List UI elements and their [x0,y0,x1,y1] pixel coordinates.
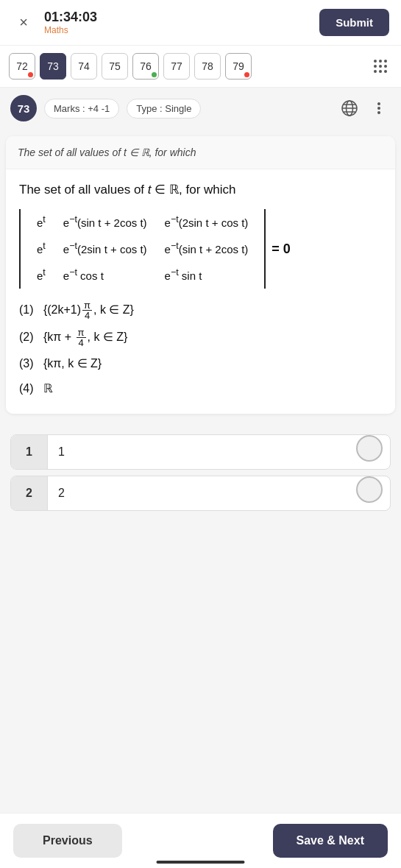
q-num-73[interactable]: 73 [40,53,66,80]
option-2: (2) {kπ + π4, k ∈ Z} [19,328,382,347]
svg-point-7 [379,70,382,73]
subject-label: Maths [44,25,97,35]
svg-point-0 [374,60,377,63]
answer-content-1: 1 [48,435,356,469]
answer-content-2: 2 [48,476,356,510]
answer-radio-2[interactable] [356,476,383,503]
svg-point-15 [377,107,380,110]
question-preview: The set of all values of t ∈ ℝ, for whic… [6,136,395,169]
header-left: × 01:34:03 Maths [12,10,97,35]
q-num-78[interactable]: 78 [194,53,221,80]
answer-label-2: 2 [11,476,48,510]
q-num-77[interactable]: 77 [163,53,190,80]
svg-point-6 [374,70,377,73]
answer-row-2[interactable]: 2 2 [10,476,391,511]
q-num-72[interactable]: 72 [9,53,35,80]
q-num-79[interactable]: 79 [225,53,252,80]
save-next-button[interactable]: Save & Next [273,824,388,858]
answer-row-1[interactable]: 1 1 [10,434,391,470]
determinant-block: et e−t(sin t + 2cos t) e−t(2sin t + cos … [19,209,382,289]
q-num-76[interactable]: 76 [132,53,159,80]
option-3: (3) {kπ, k ∈ Z} [19,355,382,373]
type-pill: Type : Single [127,99,201,119]
svg-point-14 [377,102,380,105]
more-options-icon[interactable] [367,96,391,120]
question-full: The set of all values of t ∈ ℝ, for whic… [6,169,395,414]
close-button[interactable]: × [12,11,35,35]
question-area: The set of all values of t ∈ ℝ, for whic… [6,136,395,414]
answer-section: 1 1 2 2 [0,421,401,524]
svg-point-16 [377,111,380,114]
answer-label-1: 1 [11,435,48,469]
home-indicator [157,861,245,864]
determinant-equals: = 0 [272,237,291,261]
svg-point-3 [374,65,377,68]
grid-icon[interactable] [369,54,392,78]
svg-point-2 [384,60,387,63]
question-meta: 73 Marks : +4 -1 Type : Single [0,88,401,129]
option-4: (4) ℝ [19,380,382,398]
svg-point-8 [384,70,387,73]
previous-button[interactable]: Previous [13,824,122,858]
svg-point-1 [379,60,382,63]
q-dot-79 [244,72,249,77]
marks-pill: Marks : +4 -1 [44,99,119,119]
question-strip: 72 73 74 75 76 77 78 79 [0,46,401,88]
timer-subject: 01:34:03 Maths [44,10,97,35]
submit-button[interactable]: Submit [319,9,389,36]
answer-radio-1[interactable] [356,435,383,462]
svg-point-5 [384,65,387,68]
timer-display: 01:34:03 [44,10,97,25]
options-list: (1) {(2k+1)π4, k ∈ Z} (2) {kπ + π4, k ∈ … [19,300,382,398]
svg-point-4 [379,65,382,68]
header: × 01:34:03 Maths Submit [0,0,401,46]
meta-icons [338,96,391,120]
option-1: (1) {(2k+1)π4, k ∈ Z} [19,300,382,320]
question-id-badge: 73 [10,95,37,121]
question-text: The set of all values of t ∈ ℝ, for whic… [19,181,382,199]
q-dot-76 [152,72,157,77]
q-num-75[interactable]: 75 [102,53,128,80]
q-dot-72 [28,72,33,77]
q-num-74[interactable]: 74 [71,53,97,80]
language-icon[interactable] [338,96,361,120]
